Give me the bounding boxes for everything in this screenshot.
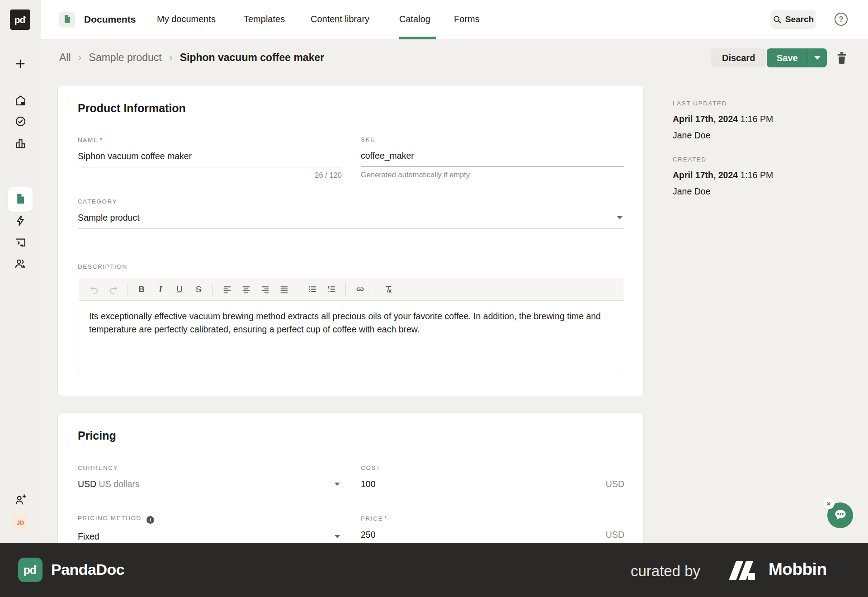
pandadoc-logo[interactable]: pd·	[10, 9, 30, 30]
document-icon	[62, 14, 72, 26]
tab-templates[interactable]: Templates	[244, 14, 285, 24]
last-updated-user: Jane Doe	[673, 130, 710, 141]
save-button[interactable]: Save	[767, 48, 808, 67]
name-input[interactable]: Siphon vacuum coffee maker	[78, 151, 342, 167]
align-left-button[interactable]	[218, 281, 236, 298]
chevron-down-icon	[335, 483, 340, 486]
tab-forms[interactable]: Forms	[454, 14, 480, 24]
user-avatar[interactable]: JD	[12, 514, 28, 531]
help-button[interactable]: ?	[835, 13, 848, 26]
sku-input[interactable]: coffee_maker	[361, 151, 624, 167]
search-button[interactable]: Search	[771, 10, 816, 29]
pricing-method-label: PRICING METHOD i	[78, 515, 342, 524]
numbered-list-button[interactable]	[323, 281, 340, 298]
bullet-list-button[interactable]	[304, 281, 321, 298]
name-label: NAME*	[78, 136, 342, 143]
active-tab-indicator	[399, 37, 436, 39]
rich-text-toolbar: B I U S	[79, 278, 624, 301]
lightning-icon	[14, 215, 26, 227]
mobbin-logo-icon	[726, 559, 759, 584]
sidebar-item-home[interactable]	[10, 90, 30, 110]
category-select[interactable]: Sample product	[78, 213, 624, 229]
footer-brand-text: PandaDoc	[51, 561, 124, 578]
strikethrough-button[interactable]: S	[190, 281, 207, 298]
cost-input[interactable]: 100	[361, 479, 624, 495]
breadcrumb-sample-product[interactable]: Sample product	[89, 52, 162, 64]
section-title: Product Information	[78, 102, 186, 115]
redo-button[interactable]	[104, 281, 122, 298]
required-asterisk: *	[384, 515, 387, 522]
chevron-right-icon: ›	[78, 51, 82, 64]
pricing-method-field: PRICING METHOD i Fixed	[78, 515, 342, 543]
cost-unit: USD	[606, 479, 624, 489]
sku-field: SKU coffee_maker Generated automatically…	[361, 136, 624, 179]
price-input[interactable]: 250	[361, 530, 624, 543]
pricing-method-select[interactable]: Fixed	[78, 531, 342, 543]
sidebar-divider	[11, 39, 29, 39]
delete-product-button[interactable]	[835, 51, 849, 66]
clear-formatting-button[interactable]	[380, 281, 397, 298]
chevron-down-icon	[814, 56, 821, 60]
nav-brand-documents: Documents	[84, 14, 136, 25]
align-right-button[interactable]	[256, 281, 274, 298]
document-icon	[14, 193, 27, 207]
sidebar-item-documents-active[interactable]	[8, 187, 33, 212]
question-mark-icon: ?	[839, 15, 844, 24]
section-title: Pricing	[78, 429, 116, 442]
footer-bar: pd· PandaDoc curated by Mobbin	[0, 543, 868, 597]
align-justify-button[interactable]	[275, 281, 292, 298]
name-field: NAME* Siphon vacuum coffee maker 26 / 12…	[78, 136, 342, 180]
sidebar-item-forms[interactable]	[10, 232, 30, 252]
toolbar-divider	[298, 283, 298, 296]
bold-button[interactable]: B	[133, 281, 150, 298]
underline-button[interactable]: U	[171, 281, 188, 298]
tab-content-library[interactable]: Content library	[311, 14, 369, 24]
price-field: PRICE* 250 USD	[361, 515, 624, 543]
price-label: PRICE*	[361, 515, 624, 522]
trash-icon	[835, 59, 848, 66]
tab-catalog-active[interactable]: Catalog	[399, 14, 430, 24]
undo-button[interactable]	[85, 281, 103, 298]
chat-close-button[interactable]: ×	[823, 498, 835, 509]
align-center-button[interactable]	[237, 281, 255, 298]
last-updated-value: April 17th, 2024 1:16 PM	[673, 114, 773, 124]
close-icon: ×	[827, 500, 831, 507]
pricing-card: Pricing CURRENCY USD US dollars COST 100…	[57, 412, 644, 543]
description-input[interactable]: Its exceptionally effective vacuum brewi…	[79, 301, 624, 345]
description-editor: B I U S Its exceptionally effective vacu…	[79, 278, 624, 376]
currency-label: CURRENCY	[78, 464, 342, 471]
breadcrumb-all[interactable]: All	[59, 52, 71, 64]
create-new-button[interactable]	[10, 54, 30, 74]
left-sidebar: pd·	[0, 0, 41, 543]
documents-app-icon[interactable]	[59, 12, 75, 28]
italic-button[interactable]: I	[152, 281, 169, 298]
toolbar-divider	[127, 283, 127, 296]
sidebar-item-automations[interactable]	[10, 211, 30, 231]
sidebar-item-contacts[interactable]	[10, 254, 30, 274]
save-options-button[interactable]	[808, 48, 827, 67]
last-updated-label: LAST UPDATED	[673, 100, 727, 107]
discard-button[interactable]: Discard	[711, 48, 766, 67]
name-char-counter: 26 / 120	[78, 171, 342, 180]
product-information-card: Product Information NAME* Siphon vacuum …	[57, 85, 644, 396]
window-terminal-icon	[14, 237, 27, 249]
sidebar-item-tasks[interactable]	[10, 111, 30, 131]
chevron-down-icon	[335, 535, 340, 538]
currency-select[interactable]: USD US dollars	[78, 479, 342, 495]
bar-chart-icon	[14, 137, 27, 150]
invite-user-button[interactable]	[10, 490, 30, 510]
chevron-down-icon	[617, 216, 623, 219]
breadcrumb: All › Sample product › Siphon vacuum cof…	[59, 47, 324, 67]
top-navigation-bar: Documents My documents Templates Content…	[41, 0, 868, 39]
info-icon[interactable]: i	[146, 516, 154, 524]
check-circle-icon	[14, 115, 27, 128]
insert-link-button[interactable]	[351, 281, 368, 298]
search-icon	[773, 15, 782, 24]
mobbin-brand-text: Mobbin	[769, 560, 827, 579]
tab-my-documents[interactable]: My documents	[157, 14, 216, 24]
created-value: April 17th, 2024 1:16 PM	[673, 170, 773, 180]
category-field: CATEGORY Sample product	[78, 198, 624, 229]
toolbar-divider	[374, 283, 374, 296]
sidebar-item-reports[interactable]	[10, 133, 30, 153]
plus-icon	[14, 57, 27, 70]
